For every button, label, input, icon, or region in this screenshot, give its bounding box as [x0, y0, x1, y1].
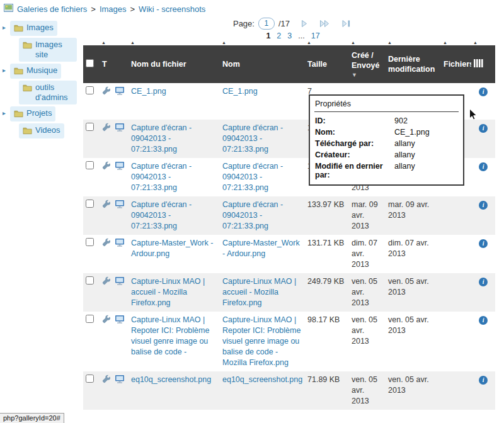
breadcrumb-link-wiki-screenshots[interactable]: Wiki - screenshots — [139, 4, 205, 14]
row-checkbox[interactable] — [86, 161, 94, 169]
row-checkbox[interactable] — [86, 238, 94, 246]
row-checkbox[interactable] — [86, 123, 94, 131]
fast-forward-button[interactable] — [318, 20, 331, 28]
info-icon[interactable] — [479, 278, 488, 286]
info-icon[interactable] — [479, 162, 488, 171]
file-name-link[interactable]: CE_1.png — [131, 87, 166, 96]
sort-desc-icon[interactable] — [352, 72, 383, 78]
sort-asc-icon — [101, 40, 106, 45]
column-header-type[interactable]: T — [100, 45, 129, 83]
sidebar-item-label[interactable]: Images site — [35, 40, 73, 60]
info-icon[interactable] — [479, 124, 488, 133]
row-checkbox[interactable] — [86, 375, 94, 383]
bars-icon — [474, 60, 483, 69]
sort-asc-icon — [130, 40, 135, 45]
table-header-row: T Nom du fichier Nom Taille Créé / Envoy… — [83, 45, 495, 83]
expand-arrow-icon[interactable] — [3, 64, 10, 76]
column-label: Dernière modification — [388, 55, 435, 74]
file-name-link[interactable]: Capture-Master_Work - Ardour.png — [131, 239, 213, 258]
column-header-modified[interactable]: Dernière modification — [386, 45, 441, 83]
name-link[interactable]: Capture-Linux MAO | accueil - Mozilla Fi… — [222, 277, 296, 307]
sidebar-item-videos[interactable]: Videos — [3, 123, 82, 138]
display-icon[interactable] — [115, 375, 125, 386]
page-number-input[interactable] — [258, 18, 275, 30]
row-checkbox[interactable] — [86, 315, 94, 323]
page-link[interactable]: 3 — [287, 31, 292, 40]
select-all-checkbox[interactable] — [86, 59, 94, 67]
column-header-created[interactable]: Créé / Envoyé — [349, 45, 386, 83]
column-header-file-name[interactable]: Nom du fichier — [129, 45, 220, 83]
tooltip-field-label: Nom: — [315, 128, 394, 137]
name-link[interactable]: CE_1.png — [222, 87, 258, 96]
wrench-icon[interactable] — [102, 200, 111, 212]
wrench-icon[interactable] — [102, 123, 111, 135]
wrench-icon[interactable] — [102, 86, 111, 98]
page-link[interactable]: 2 — [277, 31, 281, 40]
sidebar-item-outils-admins[interactable]: outils d'admins — [3, 81, 82, 104]
sidebar-item-images[interactable]: Images — [3, 21, 82, 36]
modified-date: ven. 05 avr. 2013 — [386, 371, 441, 410]
expand-arrow-icon[interactable] — [3, 21, 10, 33]
info-icon[interactable] — [479, 376, 488, 385]
folder-icon — [23, 40, 32, 51]
name-link[interactable]: Capture d'écran - 09042013 - 07:21:33.pn… — [222, 162, 283, 192]
file-name-link[interactable]: Capture-Linux MAO | Repoter ICI: Problèm… — [131, 315, 209, 356]
sidebar-item-label[interactable]: outils d'admins — [35, 82, 73, 103]
name-link[interactable]: Capture d'écran - 09042013 - 07:21:33.pn… — [222, 123, 283, 154]
expand-arrow-icon[interactable] — [3, 106, 10, 118]
info-icon[interactable] — [479, 316, 488, 325]
next-page-button[interactable] — [299, 20, 309, 28]
file-name-link[interactable]: Capture-Linux MAO | accueil - Mozilla Fi… — [131, 277, 205, 307]
column-label: Créé / Envoyé — [352, 51, 379, 70]
sidebar-item-label[interactable]: Images — [26, 23, 54, 33]
sidebar-item-label[interactable]: Videos — [35, 125, 60, 135]
name-link[interactable]: Capture-Linux MAO | Repoter ICI: Problèm… — [222, 315, 301, 367]
sidebar-item-projets[interactable]: Projets — [3, 106, 82, 121]
tooltip-field-label: Modifié en dernier par: — [315, 162, 394, 179]
wrench-icon[interactable] — [102, 375, 111, 386]
display-icon[interactable] — [115, 161, 125, 173]
sidebar-item-label[interactable]: Musique — [26, 65, 57, 76]
page-link[interactable]: 17 — [311, 31, 320, 40]
sidebar-item-label[interactable]: Projets — [26, 108, 52, 118]
display-icon[interactable] — [115, 86, 125, 98]
breadcrumb-link-images[interactable]: Images — [100, 4, 127, 14]
created-date: ven. 05 avr. 2013 — [349, 371, 386, 410]
file-name-link[interactable]: Capture d'écran - 09042013 - 07:21:33.pn… — [131, 123, 192, 154]
row-checkbox[interactable] — [86, 86, 94, 94]
wrench-icon[interactable] — [102, 161, 111, 173]
file-name-link[interactable]: Capture d'écran - 09042013 - 07:21:33.pn… — [131, 162, 192, 192]
created-date: mar. 09 avr. 2013 — [349, 196, 386, 235]
file-name-link[interactable]: eq10q_screenshot.png — [131, 375, 211, 384]
display-icon[interactable] — [115, 315, 125, 327]
wrench-icon[interactable] — [102, 315, 111, 327]
name-link[interactable]: eq10q_screenshot.png — [222, 375, 302, 384]
wrench-icon[interactable] — [102, 276, 111, 288]
column-header-size[interactable]: Taille — [305, 45, 349, 83]
sidebar-item-images-site[interactable]: Images site — [3, 38, 82, 62]
wrench-icon[interactable] — [102, 238, 111, 250]
column-header-name[interactable]: Nom — [220, 45, 305, 83]
file-name-link[interactable]: Capture d'écran - 09042013 - 07:21:33.pn… — [131, 200, 192, 230]
breadcrumb-link-galleries[interactable]: Galeries de fichiers — [17, 4, 87, 14]
column-header-actions[interactable] — [471, 45, 495, 83]
info-icon[interactable] — [479, 201, 488, 210]
name-link[interactable]: Capture d'écran - 09042013 - 07:21:33.pn… — [222, 200, 283, 230]
table-row: eq10q_screenshot.png eq10q_screenshot.pn… — [83, 371, 495, 410]
display-icon[interactable] — [115, 123, 125, 135]
modified-date: dim. 07 avr. 2013 — [386, 235, 441, 273]
info-icon[interactable] — [479, 239, 488, 248]
breadcrumb-separator: > — [130, 4, 135, 14]
sidebar-item-musique[interactable]: Musique — [3, 64, 82, 79]
row-checkbox[interactable] — [86, 200, 94, 208]
last-page-button[interactable] — [340, 20, 353, 28]
sort-asc-icon — [473, 40, 478, 45]
row-checkbox[interactable] — [86, 276, 94, 285]
name-link[interactable]: Capture-Master_Work - Ardour.png — [222, 239, 300, 258]
tooltip-field-value: allany — [394, 162, 458, 179]
info-icon[interactable] — [479, 87, 488, 96]
display-icon[interactable] — [115, 200, 125, 212]
column-header-files[interactable]: Fichiers — [441, 45, 471, 83]
display-icon[interactable] — [115, 276, 125, 288]
display-icon[interactable] — [115, 238, 125, 250]
